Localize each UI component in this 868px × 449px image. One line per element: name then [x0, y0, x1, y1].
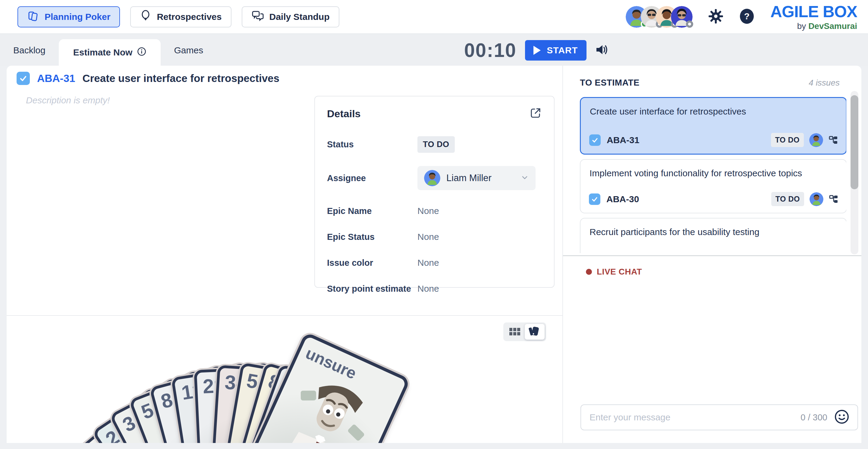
poker-card-fan: 1 2 3 5 8 13 21 34 55 89 tea unsure [7, 316, 562, 443]
sidebar-scrollbar[interactable] [850, 91, 858, 254]
daily-standup-icon [251, 10, 264, 24]
detail-row-status: Status TO DO [327, 136, 542, 153]
brand-byline: by DevSamurai [797, 22, 857, 30]
planning-poker-icon [27, 10, 39, 24]
live-chat-header: LIVE CHAT [586, 267, 642, 277]
issue-key[interactable]: ABA-31 [37, 72, 75, 84]
nav-label: Daily Standup [270, 12, 330, 22]
detail-row-epic-name: Epic Name None [327, 206, 542, 216]
svg-text:?: ? [744, 11, 749, 21]
issue-list: Create user interface for retrospectives… [563, 93, 846, 253]
retrospectives-icon [140, 10, 151, 24]
info-icon [137, 47, 146, 58]
details-title: Details [327, 108, 361, 120]
nav-planning-poker[interactable]: Planning Poker [18, 6, 120, 27]
issue-description-empty: Description is empty! [26, 95, 110, 105]
content-panel: ABA-31 Create user interface for retrosp… [7, 66, 861, 443]
brand-logo: AGILE BOX by DevSamurai [770, 3, 857, 30]
nav-label: Retrospectives [157, 12, 221, 22]
participant-avatars[interactable] [626, 6, 692, 28]
assignee-avatar [809, 192, 824, 206]
live-dot-icon [586, 269, 592, 275]
play-icon [533, 46, 541, 55]
nav-daily-standup[interactable]: Daily Standup [242, 6, 339, 27]
assignee-avatar [809, 133, 823, 147]
chat-message-input[interactable] [589, 412, 794, 423]
timer-value: 00:10 [464, 39, 517, 62]
tab-estimate-now[interactable]: Estimate Now [59, 39, 161, 66]
hierarchy-icon[interactable] [829, 135, 838, 145]
chat-input-box: 0 / 300 [581, 405, 858, 430]
status-badge: TO DO [771, 192, 804, 206]
chat-divider [563, 255, 861, 256]
tab-bar: Backlog Estimate Now Games 00:10 START [0, 35, 868, 66]
detail-row-story-point: Story point estimate None [327, 284, 542, 294]
issue-card-checkbox[interactable] [589, 134, 601, 146]
to-estimate-title: TO ESTIMATE [580, 78, 640, 88]
top-bar: Planning Poker Retrospectives Daily Stan… [0, 0, 868, 34]
app-screen: Planning Poker Retrospectives Daily Stan… [0, 0, 868, 449]
chevron-down-icon [521, 173, 529, 183]
chat-char-counter: 0 / 300 [801, 413, 827, 422]
assignee-dropdown[interactable]: Liam Miller [417, 166, 535, 190]
scrollbar-thumb[interactable] [850, 95, 858, 189]
estimate-sidebar: TO ESTIMATE 4 issues Create user interfa… [562, 66, 861, 443]
details-card: Details Status TO DO Assignee Liam Mille… [314, 96, 555, 288]
timer-cluster: 00:10 START [464, 35, 609, 66]
tab-backlog[interactable]: Backlog [0, 35, 59, 66]
settings-gear-icon[interactable] [708, 9, 723, 25]
issue-card-checkbox[interactable] [589, 193, 600, 205]
to-estimate-header: TO ESTIMATE 4 issues [580, 78, 840, 88]
emoji-smiley-icon[interactable] [834, 409, 849, 426]
nav-retrospectives[interactable]: Retrospectives [130, 6, 231, 27]
issue-detail-area: ABA-31 Create user interface for retrosp… [7, 66, 562, 443]
tab-games[interactable]: Games [161, 35, 216, 66]
sound-icon[interactable] [595, 43, 609, 58]
hierarchy-icon[interactable] [829, 194, 838, 204]
start-button[interactable]: START [525, 40, 587, 61]
detail-row-assignee: Assignee Liam Miller [327, 166, 542, 190]
status-badge: TO DO [771, 133, 804, 147]
open-details-external-link-icon[interactable] [529, 107, 542, 121]
issue-header: ABA-31 Create user interface for retrosp… [17, 72, 279, 85]
issue-title: Create user interface for retrospectives [82, 72, 279, 84]
issue-card-aba-30[interactable]: Implement voting functionality for retro… [580, 159, 846, 213]
brand-title: AGILE BOX [770, 3, 857, 20]
issue-card-clipped[interactable]: Recruit participants for the usability t… [580, 218, 846, 253]
help-icon[interactable]: ? [739, 8, 755, 25]
issue-checkbox[interactable] [17, 72, 30, 85]
issue-card-aba-31[interactable]: Create user interface for retrospectives… [580, 97, 846, 155]
issue-count: 4 issues [809, 78, 840, 88]
detail-row-issue-color: Issue color None [327, 258, 542, 268]
offline-status-dot [686, 21, 693, 28]
avatar-user-4[interactable] [671, 6, 692, 28]
assignee-avatar [424, 170, 440, 186]
nav-label: Planning Poker [44, 12, 110, 22]
detail-row-epic-status: Epic Status None [327, 232, 542, 242]
status-badge: TO DO [417, 136, 455, 153]
top-bar-right: ? AGILE BOX by DevSamurai [626, 3, 857, 30]
live-chat-title: LIVE CHAT [597, 267, 642, 277]
